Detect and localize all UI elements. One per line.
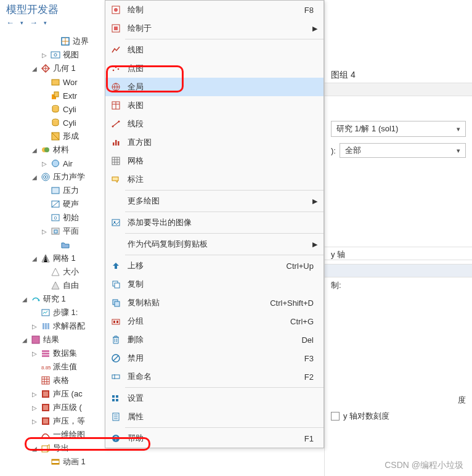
tree-item[interactable]: ◢网格 1: [2, 252, 105, 265]
nav-back-arrow[interactable]: ←: [6, 18, 14, 27]
expand-toggle[interactable]: ▷: [31, 350, 38, 357]
expand-toggle[interactable]: ▷: [31, 323, 38, 330]
tree-item[interactable]: ·边界: [2, 35, 105, 48]
tree-item[interactable]: ▷声压，等: [2, 414, 105, 428]
tree-item[interactable]: ·表格: [2, 374, 105, 387]
dup-icon: [109, 298, 123, 308]
export-icon: [41, 443, 51, 453]
expand-toggle[interactable]: ◢: [31, 65, 38, 72]
global-icon: [109, 82, 123, 92]
acou-icon: [41, 172, 51, 182]
tree-item[interactable]: ·形成: [2, 129, 105, 143]
ftet-icon: [51, 281, 60, 290]
expand-toggle[interactable]: ◢: [31, 445, 38, 452]
tree-item[interactable]: ·Cyli: [2, 102, 105, 116]
tree-item[interactable]: ·Extr: [2, 89, 105, 102]
tree-item[interactable]: ▷视图: [2, 48, 105, 62]
tree-item[interactable]: ◢压力声学: [2, 170, 105, 184]
tree-item[interactable]: ·Cyli: [2, 116, 105, 129]
menu-item-分组[interactable]: 分组Ctrl+G: [105, 312, 323, 330]
menu-item-线段[interactable]: 线段: [105, 115, 323, 133]
tree-item[interactable]: ▷数据集: [2, 347, 105, 360]
border-icon: [60, 36, 70, 46]
tree-item[interactable]: ·派生值: [2, 360, 105, 374]
expand-toggle[interactable]: ▷: [31, 391, 38, 398]
model-tree[interactable]: ·边界▷视图◢几何 1·Wor·Extr·Cyli·Cyli·形成◢材料▷Air…: [0, 35, 105, 476]
tree-item[interactable]: ·一维绘图: [2, 428, 105, 441]
menu-item-直方图[interactable]: 直方图: [105, 133, 323, 152]
expand-toggle[interactable]: ◢: [31, 147, 38, 154]
expand-toggle[interactable]: ▷: [31, 418, 38, 425]
menu-item-label: 点图: [123, 63, 317, 74]
tree-item[interactable]: ·Wor: [2, 75, 105, 89]
ylog-checkbox[interactable]: [331, 412, 340, 421]
menu-item-帮助[interactable]: 帮助F1: [105, 429, 323, 448]
tree-item[interactable]: ·自由: [2, 279, 105, 292]
menu-item-网格[interactable]: 网格: [105, 152, 323, 170]
menu-item-label: 作为代码复制到剪贴板: [123, 239, 312, 250]
tree-item[interactable]: ◢几何 1: [2, 62, 105, 75]
menu-item-线图[interactable]: 线图: [105, 41, 323, 59]
wp-icon: [51, 77, 60, 87]
menu-item-表图[interactable]: 表图: [105, 96, 323, 115]
menu-item-绘制[interactable]: 绘制F8: [105, 1, 323, 19]
tree-item[interactable]: ▷声压级 (: [2, 401, 105, 414]
expand-toggle[interactable]: ◢: [21, 337, 28, 343]
expand-toggle[interactable]: ▷: [41, 160, 48, 167]
menu-item-添加要导出的图像[interactable]: 添加要导出的图像: [105, 213, 323, 232]
menu-item-label: 删除: [123, 334, 301, 345]
tree-item-label: 一维绘图: [53, 429, 85, 440]
tree-item[interactable]: ▷求解器配: [2, 319, 105, 333]
tree-item[interactable]: ·硬声: [2, 197, 105, 211]
menu-item-属性[interactable]: 属性: [105, 408, 323, 426]
mat-icon: [41, 145, 51, 155]
expand-toggle[interactable]: ◢: [31, 174, 38, 181]
menu-item-绘制于[interactable]: 绘制于▶: [105, 19, 323, 38]
tree-item[interactable]: ◢导出: [2, 441, 105, 455]
tree-item-label: 大小: [63, 266, 79, 277]
menu-item-label: 线段: [123, 118, 317, 129]
menu-item-重命名[interactable]: 重命名F2: [105, 367, 323, 386]
tree-item[interactable]: ▷Air: [2, 157, 105, 170]
expand-toggle[interactable]: ▷: [41, 228, 48, 235]
menu-item-作为代码复制到剪贴板[interactable]: 作为代码复制到剪贴板▶: [105, 235, 323, 253]
menu-separator: [125, 190, 323, 191]
menu-item-更多绘图[interactable]: 更多绘图▶: [105, 192, 323, 210]
nav-fwd-arrow[interactable]: →: [30, 18, 38, 27]
tree-item[interactable]: ·: [2, 238, 105, 252]
dataset-dropdown[interactable]: 研究 1/解 1 (sol1) ▾: [331, 121, 466, 137]
param-dropdown[interactable]: 全部 ▾: [340, 143, 466, 158]
tree-item[interactable]: ▷声压 (ac: [2, 387, 105, 401]
tree-item[interactable]: ·大小: [2, 265, 105, 279]
tree-item[interactable]: ◢结果: [2, 333, 105, 347]
tree-item-label: 视图: [63, 49, 79, 60]
hist-icon: [109, 137, 123, 147]
menu-item-复制粘贴[interactable]: 复制粘贴Ctrl+Shift+D: [105, 293, 323, 312]
properties-panel: 图组 4 研究 1/解 1 (sol1) ▾ ): 全部 ▾ y 轴 制: 度 …: [324, 0, 472, 476]
expand-toggle[interactable]: ▷: [41, 52, 48, 59]
tree-item-label: 派生值: [53, 361, 77, 372]
settings-icon: [109, 393, 123, 403]
menu-item-点图[interactable]: 点图: [105, 59, 323, 78]
tree-item[interactable]: ·初始: [2, 211, 105, 224]
menu-item-全局[interactable]: 全局: [105, 78, 323, 96]
expand-toggle[interactable]: ◢: [31, 255, 38, 262]
menu-item-shortcut: Ctrl+Shift+D: [270, 298, 317, 308]
menu-item-标注[interactable]: 标注: [105, 170, 323, 189]
rename-icon: [109, 372, 123, 382]
tree-item[interactable]: ◢材料: [2, 143, 105, 157]
tree-item[interactable]: ·压力: [2, 184, 105, 197]
tree-item[interactable]: ·动画 1: [2, 455, 105, 469]
expand-toggle[interactable]: ▷: [31, 404, 38, 411]
del-icon: [109, 335, 123, 345]
menu-item-复制[interactable]: 复制: [105, 275, 323, 293]
menu-item-上移[interactable]: 上移Ctrl+Up: [105, 256, 323, 275]
menu-item-删除[interactable]: 删除Del: [105, 330, 323, 349]
tree-item[interactable]: ·步骤 1:: [2, 306, 105, 319]
expand-toggle[interactable]: ◢: [21, 296, 28, 303]
tree-item[interactable]: ◢研究 1: [2, 292, 105, 306]
tree-item[interactable]: ▷平面: [2, 224, 105, 238]
eye-icon: [51, 50, 60, 60]
menu-item-禁用[interactable]: 禁用F3: [105, 349, 323, 367]
menu-item-设置[interactable]: 设置: [105, 389, 323, 408]
